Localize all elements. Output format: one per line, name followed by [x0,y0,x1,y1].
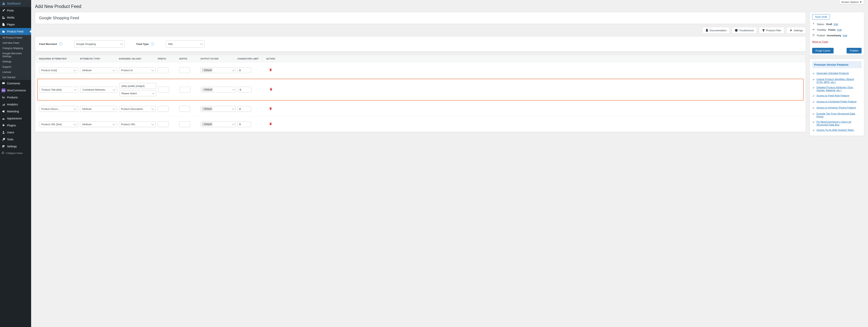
remove-tag-icon[interactable]: × [203,123,204,125]
help-icon[interactable]: ? [151,42,154,45]
output-filter-select[interactable]: ×Default [200,67,236,73]
remove-tag-icon[interactable]: × [203,108,204,110]
sidebar-item-appearance[interactable]: Appearance [0,115,31,122]
merchant-select[interactable]: Google Shopping [74,40,125,47]
required-select[interactable]: Product URL [link] [39,121,78,127]
gear-icon [789,29,793,32]
feature-link[interactable]: Detailed Product Attributes (Size, Gende… [816,86,862,92]
assigned-select[interactable]: Product URL [119,121,156,127]
feature-link[interactable]: Unique Product Identifiers (Brand, GTIN,… [816,78,862,84]
calendar-icon [812,34,815,37]
chevron-down-icon [151,123,154,125]
required-select[interactable]: Product Id [id] [39,67,78,73]
publish-button[interactable]: Publish [846,48,862,54]
submenu-settings[interactable]: Settings [0,59,31,64]
charlimit-input[interactable] [238,121,251,127]
attr-type-select[interactable]: Attribute [80,121,117,127]
settings-button[interactable]: Settings [786,27,806,34]
prefix-input[interactable] [158,87,169,93]
feature-link[interactable]: Access to Dynamic Pricing Feature [816,106,856,109]
svg-point-5 [790,30,792,31]
feature-link[interactable]: Fix WooCommerce's (Json-Ld) Structured D… [816,120,862,126]
submenu-support[interactable]: Support [0,64,31,69]
chevron-down-icon [232,123,235,125]
sidebar-item-plugins[interactable]: Plugins [0,122,31,129]
sidebar-item-posts[interactable]: Posts [0,7,31,14]
btn-label: Documentation [710,29,726,32]
prefix-input[interactable] [158,67,169,73]
edit-status-link[interactable]: Edit [834,23,838,26]
sidebar-item-dashboard[interactable]: Dashboard [0,0,31,7]
save-draft-button[interactable]: Save Draft [812,14,830,20]
delete-row-button[interactable] [263,68,278,72]
suffix-input[interactable] [179,121,190,127]
delete-row-button[interactable] [263,122,278,126]
edit-publish-link[interactable]: Edit [843,34,847,37]
assigned-input[interactable]: {title} {width} {height} [119,83,156,89]
sidebar-item-media[interactable]: Media [0,14,31,21]
help-icon[interactable]: ? [59,42,62,45]
prefix-input[interactable] [158,106,169,112]
feature-item: Generate Unlimited Products [812,71,862,76]
output-filter-select[interactable]: ×Default [200,121,236,127]
required-select[interactable]: Product Description [description] [39,106,78,112]
submenu-all-feeds[interactable]: All Product Feeds [0,35,31,40]
feature-link[interactable]: Exclude Tax From Structured Data Prices [816,112,862,118]
chevron-down-icon: ▼ [860,1,862,3]
edit-visibility-link[interactable]: Edit [837,28,841,31]
attr-type-select[interactable]: Combined Attributes [80,87,117,93]
sidebar-item-tools[interactable]: Tools [0,136,31,143]
purge-cache-button[interactable]: Purge Cache [812,48,834,54]
assigned-select[interactable]: Product Description [119,106,156,112]
sidebar-item-comments[interactable]: Comments [0,80,31,87]
sidebar-item-users[interactable]: Users [0,129,31,136]
required-select[interactable]: Product Title [title] [39,87,79,93]
sidebar-item-settings[interactable]: Settings [0,143,31,150]
sidebar-item-product-feed[interactable]: Product Feed [0,28,31,35]
move-to-trash-link[interactable]: Move to Trash [812,40,828,43]
collapse-menu[interactable]: Collapse menu [0,150,31,156]
document-icon [705,29,709,32]
suffix-input[interactable] [179,67,190,73]
col-assigned: Assigned Values [119,58,156,60]
sidebar-label: Tools [7,138,13,141]
prefix-input[interactable] [158,121,169,127]
assigned-select[interactable]: Please Select [119,90,156,96]
remove-tag-icon[interactable]: × [203,69,204,71]
remove-tag-icon[interactable]: × [203,89,204,91]
delete-row-button[interactable] [263,88,279,92]
product-filter-button[interactable]: Product Filter [759,27,784,34]
sidebar-item-marketing[interactable]: Marketing [0,108,31,115]
chevron-down-icon [152,92,154,94]
submenu-category-mapping[interactable]: Category Mapping [0,45,31,51]
charlimit-input[interactable] [238,87,251,93]
attr-type-select[interactable]: Attribute [80,67,117,73]
feature-link[interactable]: Access to Combined Fields Feature [816,100,857,103]
suffix-input[interactable] [180,87,190,93]
attr-type-select[interactable]: Attribute [80,106,117,112]
assigned-select[interactable]: Product Id [119,67,156,73]
troubleshoot-button[interactable]: Troubleshoot [732,27,756,34]
feature-link[interactable]: Generate Unlimited Products [816,72,849,75]
charlimit-input[interactable] [238,67,251,73]
type-select[interactable]: XML [166,40,205,47]
suffix-input[interactable] [179,106,190,112]
submenu-get-started[interactable]: Get Started [0,75,31,80]
feature-link[interactable]: Access to Feed Rule Feature [816,94,849,97]
sidebar-item-analytics[interactable]: Analytics [0,101,31,108]
col-prefix: Prefix [158,58,177,60]
output-filter-select[interactable]: ×Default [201,87,236,93]
feature-link[interactable]: Access To An Elite Support Team. [816,129,855,131]
charlimit-input[interactable] [238,106,251,112]
screen-options-toggle[interactable]: Screen Options ▼ [839,0,864,4]
submenu-google-merchant[interactable]: Google Merchant Settings [0,51,31,59]
submenu-license[interactable]: License [0,69,31,75]
sidebar-item-pages[interactable]: Pages [0,21,31,28]
submenu-add-new[interactable]: Add New Feed [0,40,31,45]
documentation-button[interactable]: Documentation [703,27,730,34]
svg-point-0 [3,17,3,18]
delete-row-button[interactable] [263,107,278,111]
sidebar-item-woocommerce[interactable]: Woo WooCommerce [0,87,31,94]
sidebar-item-products[interactable]: Products [0,94,31,101]
output-filter-select[interactable]: ×Default [200,106,236,112]
